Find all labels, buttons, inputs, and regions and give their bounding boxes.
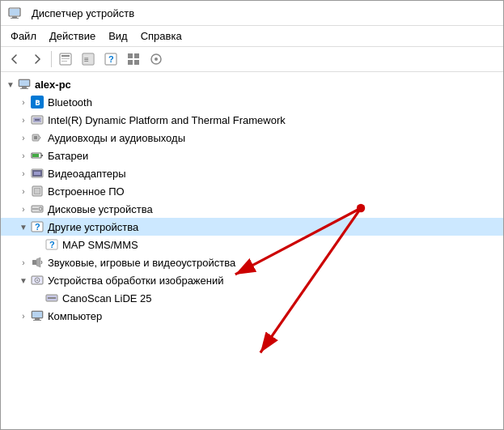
tree-item-video[interactable]: › Видеоадаптеры <box>1 164 503 182</box>
expander-bluetooth[interactable]: › <box>17 93 30 111</box>
icon-bluetooth: ʙ <box>30 95 44 109</box>
expander-battery[interactable]: › <box>17 147 30 164</box>
update-button[interactable]: ≡ <box>78 49 99 69</box>
menu-help[interactable]: Справка <box>134 28 188 45</box>
svg-rect-15 <box>128 60 133 65</box>
svg-rect-39 <box>32 208 38 210</box>
expander-imaging[interactable]: ▼ <box>17 271 30 289</box>
svg-rect-29 <box>32 154 39 157</box>
svg-text:?: ? <box>35 222 40 232</box>
label-video: Видеоадаптеры <box>48 168 126 180</box>
label-other: Другие устройства <box>48 221 138 233</box>
toolbar-sep-1 <box>51 51 52 67</box>
svg-rect-7 <box>61 61 67 62</box>
label-sound: Звуковые, игровые и видеоустройства <box>48 257 235 269</box>
window-title: Диспетчер устройств <box>32 7 134 19</box>
svg-rect-6 <box>61 58 70 59</box>
tree-item-map-sms[interactable]: › ? MAP SMS/MMS <box>1 236 503 253</box>
icon-other: ? <box>30 219 44 234</box>
icon-imaging <box>30 273 44 287</box>
svg-rect-30 <box>41 155 43 156</box>
svg-point-48 <box>36 279 38 281</box>
icon-battery <box>30 148 44 163</box>
tree-item-bluetooth[interactable]: › ʙ Bluetooth <box>1 93 503 111</box>
svg-rect-5 <box>61 55 70 57</box>
icon-map-sms: ? <box>44 237 59 252</box>
expander-audio[interactable]: › <box>17 129 30 147</box>
view-button[interactable] <box>123 49 144 69</box>
icon-sound <box>30 255 44 270</box>
svg-rect-54 <box>35 318 40 320</box>
help-button[interactable]: ? <box>100 49 121 69</box>
tree-item-disk[interactable]: › Дисковые устройства <box>1 200 503 218</box>
svg-rect-14 <box>134 53 139 58</box>
expander-firmware[interactable]: › <box>17 182 30 200</box>
tree-item-intel[interactable]: › Intel(R) Dynamic Platform and Thermal … <box>1 111 503 129</box>
label-audio: Аудиовходы и аудиовыходы <box>48 132 185 144</box>
svg-rect-21 <box>22 87 27 88</box>
label-map-sms: MAP SMS/MMS <box>62 239 138 251</box>
svg-rect-22 <box>20 88 28 89</box>
svg-rect-33 <box>34 172 40 175</box>
menu-bar: Файл Действие Вид Справка <box>1 26 503 47</box>
tree-item-audio[interactable]: › Аудиовходы и аудиовыходы <box>1 129 503 147</box>
scan-button[interactable] <box>146 49 167 69</box>
title-icon <box>7 6 22 20</box>
svg-rect-20 <box>19 80 29 86</box>
icon-firmware <box>30 184 44 198</box>
tree-item-sound[interactable]: › Звуковые, игровые и видеоустройства <box>1 253 503 271</box>
label-computer: Компьютер <box>48 310 102 322</box>
svg-rect-13 <box>128 53 133 58</box>
label-firmware: Встроенное ПО <box>48 185 125 198</box>
tree-item-battery[interactable]: › Батареи <box>1 147 503 164</box>
menu-action[interactable]: Действие <box>43 28 102 45</box>
svg-text:≡: ≡ <box>84 55 89 64</box>
svg-rect-3 <box>10 9 19 15</box>
back-button[interactable] <box>4 49 25 69</box>
expander-disk[interactable]: › <box>17 200 30 218</box>
svg-text:?: ? <box>108 54 114 64</box>
label-imaging: Устройства обработки изображений <box>48 275 224 287</box>
expander-video[interactable]: › <box>17 164 30 182</box>
tree-item-computer[interactable]: › Компьютер <box>1 307 503 325</box>
expander-root[interactable]: ▼ <box>4 75 17 93</box>
expander-intel[interactable]: › <box>17 111 30 129</box>
svg-text:?: ? <box>49 240 55 249</box>
tree-item-root[interactable]: ▼ alex-pc <box>1 75 503 93</box>
svg-point-18 <box>155 57 158 61</box>
device-manager-window: Диспетчер устройств Файл Действие Вид Сп… <box>0 0 504 430</box>
menu-view[interactable]: Вид <box>102 28 134 45</box>
toolbar: ≡ ? <box>1 47 503 72</box>
expander-other[interactable]: ▼ <box>17 218 30 236</box>
expander-sound[interactable]: › <box>17 253 30 271</box>
svg-rect-51 <box>48 297 56 299</box>
icon-canoscan <box>44 291 59 305</box>
icon-video <box>30 166 44 181</box>
label-bluetooth: Bluetooth <box>48 96 92 109</box>
icon-computer <box>17 77 32 92</box>
icon-computer-node <box>30 309 44 323</box>
svg-rect-27 <box>34 136 37 139</box>
title-bar: Диспетчер устройств <box>1 1 503 26</box>
label-battery: Батареи <box>48 150 88 162</box>
svg-rect-53 <box>32 312 42 317</box>
svg-rect-55 <box>33 320 41 321</box>
expander-computer[interactable]: › <box>17 307 30 325</box>
icon-disk <box>30 202 44 216</box>
tree-item-other[interactable]: ▼ ? Другие устройства <box>1 218 503 236</box>
device-tree: ▼ alex-pc › ʙ Bluetooth › <box>1 72 503 429</box>
svg-rect-25 <box>35 119 40 121</box>
label-disk: Дисковые устройства <box>48 203 153 215</box>
label-canoscan: CanoScan LiDE 25 <box>62 292 152 304</box>
svg-rect-2 <box>11 18 19 19</box>
tree-item-canoscan[interactable]: › CanoScan LiDE 25 <box>1 289 503 307</box>
tree-item-imaging[interactable]: ▼ Устройства обработки изображений <box>1 271 503 289</box>
tree-item-firmware[interactable]: › Встроенное ПО <box>1 182 503 200</box>
forward-button[interactable] <box>27 49 48 69</box>
properties-button[interactable] <box>55 49 76 69</box>
menu-file[interactable]: Файл <box>4 28 43 45</box>
svg-rect-36 <box>35 189 40 194</box>
svg-rect-44 <box>32 260 36 265</box>
label-intel: Intel(R) Dynamic Platform and Thermal Fr… <box>48 114 286 126</box>
svg-rect-1 <box>12 16 17 18</box>
